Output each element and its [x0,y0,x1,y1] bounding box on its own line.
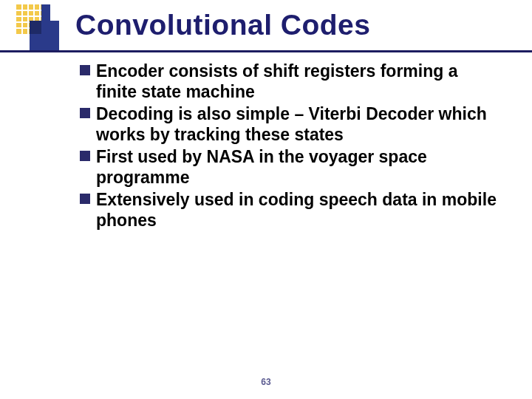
slide: Convolutional Codes Encoder consists of … [0,0,532,399]
list-item: First used by NASA in the voyager space … [80,146,501,188]
title-underline [0,50,532,52]
corner-logo [12,4,59,50]
bullet-text: Encoder consists of shift registers form… [96,61,501,102]
bullet-list: Encoder consists of shift registers form… [80,61,501,232]
bullet-text: First used by NASA in the voyager space … [96,146,501,188]
bullet-square-icon [80,65,90,75]
slide-title: Convolutional Codes [75,9,371,41]
svg-rect-11 [41,4,50,50]
list-item: Extensively used in coding speech data i… [80,189,501,231]
title-wrap: Convolutional Codes [75,9,371,41]
list-item: Decoding is also simple – Viterbi Decode… [80,103,501,145]
list-item: Encoder consists of shift registers form… [80,61,501,102]
bullet-text: Decoding is also simple – Viterbi Decode… [96,103,501,145]
bullet-square-icon [80,108,90,118]
bullet-square-icon [80,194,90,204]
bullet-text: Extensively used in coding speech data i… [96,189,501,231]
page-number: 63 [0,377,532,387]
bullet-square-icon [80,151,90,161]
